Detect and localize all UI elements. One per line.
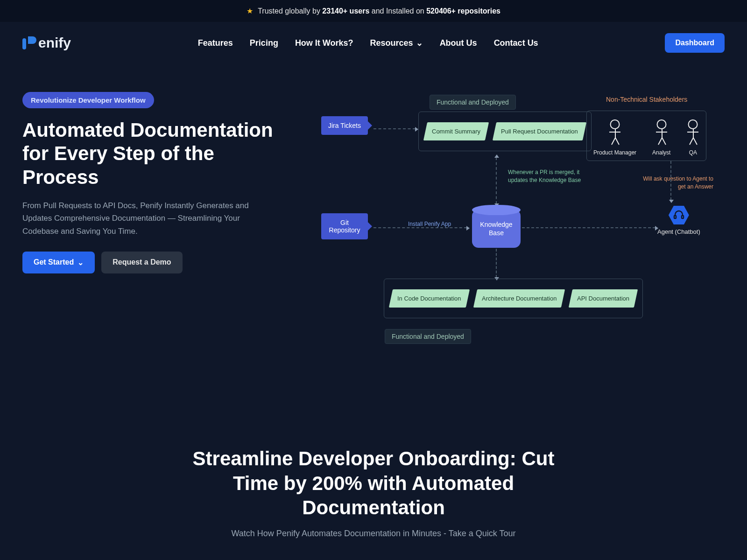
- jira-tickets-node: Jira Tickets: [321, 116, 368, 135]
- agent-label: Agent (Chatbot): [657, 228, 700, 235]
- top-box-group: Commit Summary Pull Request Documentatio…: [418, 112, 592, 151]
- nav-resources-label: Resources: [370, 38, 413, 48]
- architecture-diagram: Functional and Deployed Non-Technical St…: [303, 92, 725, 353]
- navbar: enify Features Pricing How It Works? Res…: [0, 22, 747, 64]
- nav-about-us[interactable]: About Us: [440, 38, 477, 48]
- get-started-label: Get Started: [34, 258, 74, 266]
- headset-icon: [669, 206, 689, 224]
- nav-contact-us[interactable]: Contact Us: [494, 38, 538, 48]
- arrow-jira-to-box: [374, 128, 416, 129]
- chevron-down-icon: ⌄: [416, 38, 423, 48]
- ask-note: Will ask question to Agent to get an Ans…: [639, 175, 713, 191]
- get-started-button[interactable]: Get Started ⌄: [22, 252, 95, 273]
- bottom-box-group: In Code Documentation Architecture Docum…: [384, 279, 643, 318]
- stakeholders-box: Product Manager Analyst QA: [586, 111, 706, 161]
- onboarding-section: Streamline Developer Onboarding: Cut Tim…: [0, 372, 747, 557]
- person-icon: [655, 119, 668, 146]
- stakeholders-title: Non-Technical Stakeholders: [606, 96, 687, 103]
- section2-subtitle: Watch How Penify Automates Documentation…: [28, 529, 719, 539]
- announcement-repos: 520406+ repositories: [426, 7, 500, 15]
- logo-text: enify: [38, 35, 71, 51]
- arrow-git-to-kb: [374, 227, 467, 228]
- hero-ctas: Get Started ⌄ Request a Demo: [22, 252, 284, 273]
- qa-label: QA: [686, 149, 699, 156]
- person-icon: [608, 119, 621, 146]
- hero-section: Revolutionize Developer Workflow Automat…: [0, 64, 747, 372]
- hero-description: From Pull Requests to API Docs, Penify I…: [22, 199, 275, 238]
- arrow-kb-to-agent: [522, 227, 655, 228]
- announcement-bar: ★ Trusted globally by 23140+ users and I…: [0, 0, 747, 22]
- section2-title: Streamline Developer Onboarding: Cut Tim…: [168, 447, 579, 520]
- agent-chatbot-node: Agent (Chatbot): [657, 206, 700, 235]
- analyst-label: Analyst: [652, 149, 670, 156]
- svg-rect-2: [682, 216, 684, 218]
- announcement-users: 23140+ users: [322, 7, 369, 15]
- star-icon: ★: [247, 7, 253, 15]
- nav-resources[interactable]: Resources ⌄: [370, 38, 423, 48]
- architecture-doc-card: Architecture Documentation: [473, 289, 565, 308]
- knowledge-base-node: Knowledge Base: [472, 210, 521, 248]
- chevron-down-icon: ⌄: [78, 258, 84, 267]
- hero-tag: Revolutionize Developer Workflow: [22, 92, 154, 108]
- commit-summary-card: Commit Summary: [423, 122, 489, 140]
- stakeholder-analyst: Analyst: [652, 119, 670, 156]
- nav-features[interactable]: Features: [198, 38, 233, 48]
- stakeholder-pm: Product Manager: [593, 119, 636, 156]
- merge-note: Whenever a PR is merged, it updates the …: [508, 168, 587, 184]
- announcement-mid: and Installed on: [372, 7, 426, 15]
- logo[interactable]: enify: [22, 35, 71, 51]
- arrow-stakeholders-agent: [670, 161, 671, 200]
- label-functional-deployed-top: Functional and Deployed: [430, 95, 516, 110]
- logo-icon: [22, 35, 36, 51]
- hero-title: Automated Documentation for Every Step o…: [22, 119, 284, 189]
- request-demo-button[interactable]: Request a Demo: [101, 252, 182, 273]
- git-repository-node: Git Repository: [321, 213, 368, 239]
- arrow-topbox-kb: [496, 157, 497, 204]
- hero-left: Revolutionize Developer Workflow Automat…: [22, 92, 284, 353]
- stakeholder-qa: QA: [686, 119, 699, 156]
- nav-pricing[interactable]: Pricing: [250, 38, 278, 48]
- nav-how-it-works[interactable]: How It Works?: [295, 38, 353, 48]
- pm-label: Product Manager: [593, 149, 636, 156]
- incode-doc-card: In Code Documentation: [389, 289, 470, 308]
- pull-request-doc-card: Pull Request Documentation: [493, 122, 586, 140]
- announcement-prefix: Trusted globally by: [258, 7, 322, 15]
- knowledge-base-label: Knowledge Base: [472, 210, 521, 248]
- nav-links: Features Pricing How It Works? Resources…: [90, 38, 646, 48]
- arrow-kb-to-bottom: [496, 249, 497, 278]
- dashboard-button[interactable]: Dashboard: [665, 33, 725, 53]
- label-functional-deployed-bottom: Functional and Deployed: [385, 329, 471, 344]
- svg-rect-0: [22, 38, 26, 49]
- svg-rect-1: [674, 216, 676, 218]
- api-doc-card: API Documentation: [569, 289, 638, 308]
- person-icon: [686, 119, 699, 146]
